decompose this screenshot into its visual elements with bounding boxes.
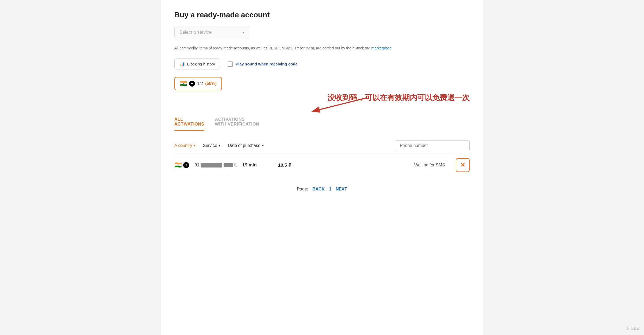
marketplace-link[interactable]: marketplace [371,46,392,50]
watermark: ◎亿速云 [626,326,640,331]
filter-service-label: Service [203,143,217,148]
tabs-row: ALLACTIVATIONS ACTIVATIONSWITH VERIFICAT… [174,117,470,131]
sound-checkbox[interactable] [228,61,233,67]
phone-blurred-block [201,163,222,168]
bar-chart-icon: 📊 [179,61,185,67]
annotation-container: 没收到码，可以在有效期内可以免费退一次 [174,93,470,114]
filter-row: A country ▾ Service ▾ Date of purchase ▾ [174,137,470,153]
sound-toggle[interactable]: Play sound when receiving code [228,61,298,67]
openai-icon: ✦ [189,81,195,87]
filter-date[interactable]: Date of purchase ▾ [228,143,264,148]
annotation-text: 没收到码，可以在有效期内可以免费退一次 [327,93,470,103]
sound-toggle-label: Play sound when receiving code [236,62,298,66]
filter-date-label: Date of purchase [228,143,260,148]
activation-status: Waiting for SMS [313,163,450,168]
info-text: All commodity items of ready-made accoun… [174,45,470,51]
badge-percent: (50%) [205,81,217,86]
row-openai-icon: ✦ [183,162,189,168]
table-row: 🇮🇳 ✦ 91 ⎘ 19 min 10.5 ₽ Waiting for SMS … [174,153,470,177]
row-india-flag-icon: 🇮🇳 [174,162,182,169]
india-flag-icon: 🇮🇳 [180,80,187,87]
chevron-down-icon: ▾ [242,30,244,34]
row-flags: 🇮🇳 ✦ [174,162,189,169]
pagination-current-page[interactable]: 1 [329,187,331,192]
tab-all-activations[interactable]: ALLACTIVATIONS [174,117,204,131]
pagination-label: Page: [297,187,308,192]
service-select-dropdown[interactable]: Select a service ▾ [174,26,249,39]
phone-number-display: 91 ⎘ [194,162,237,168]
pagination-back-button[interactable]: BACK [312,187,325,192]
cancel-activation-button[interactable]: ✕ [456,158,470,172]
filter-date-chevron-icon: ▾ [262,144,264,147]
phone-prefix: 91 [194,162,200,168]
blocking-history-button[interactable]: 📊 Blocking history [174,59,220,69]
filter-service-chevron-icon: ▾ [219,144,220,147]
service-select-placeholder: Select a service [179,30,212,35]
activation-price: 10.5 ₽ [278,162,291,168]
filter-country-label: A country [174,143,192,148]
tab-activations-with-verification[interactable]: ACTIVATIONSWITH VERIFICATION [215,117,259,131]
filter-country[interactable]: A country ▾ [174,143,195,148]
phone-blurred-block-2 [224,163,233,167]
filter-service[interactable]: Service ▾ [203,143,220,148]
page-title: Buy a ready-made account [174,11,470,19]
badge-count: 1/2 [197,81,203,86]
pagination-next-button[interactable]: NEXT [336,187,347,192]
copy-icon[interactable]: ⎘ [234,163,237,168]
phone-search-input[interactable] [395,140,470,151]
blocking-history-label: Blocking history [187,62,215,66]
cancel-icon: ✕ [460,162,465,169]
filter-country-chevron-icon: ▾ [194,144,195,147]
pagination-row: Page: BACK 1 NEXT [174,187,470,192]
tabs-section: ALLACTIVATIONS ACTIVATIONSWITH VERIFICAT… [174,117,470,131]
actions-row: 📊 Blocking history Play sound when recei… [174,59,470,69]
account-badge[interactable]: 🇮🇳 ✦ 1/2 (50%) [174,77,222,90]
activation-duration: 19 min [242,162,257,168]
